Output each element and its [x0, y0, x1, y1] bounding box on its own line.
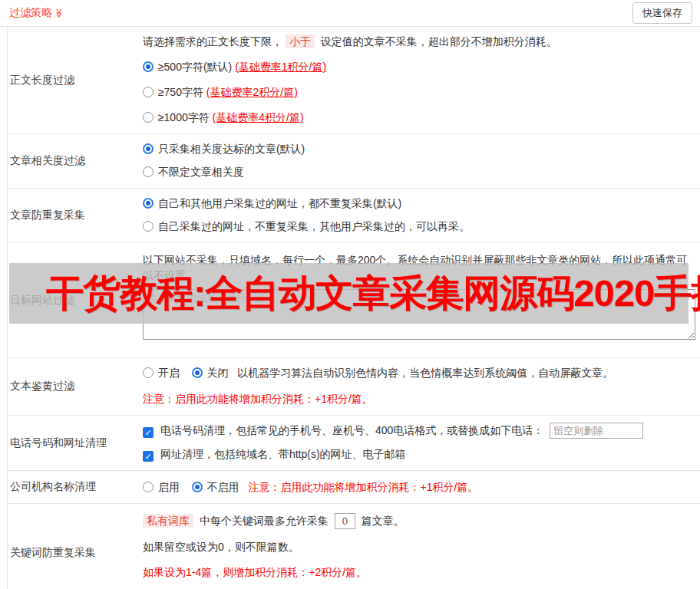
length-option-1000: ≥1000字符 (基础费率4积分/篇) [143, 110, 694, 125]
target-site-desc: 以下网站不采集，只填域名，每行一个，最多200个。系统会自动识别并屏蔽那些非文章… [143, 252, 693, 283]
page-title: 过滤策略 [9, 6, 52, 18]
relevance-option-any: 不限定文章相关度 [143, 164, 694, 179]
row-label: 文章相关度过滤 [8, 134, 140, 188]
radio-label: 不限定文章相关度 [158, 166, 244, 178]
radio-company-clean-off[interactable] [192, 482, 203, 492]
radio-relevance-strict[interactable] [143, 143, 154, 154]
company-clean-options: 启用 不启用 注意：启用此功能将增加积分消耗：+1积分/篇。 [143, 479, 694, 495]
relevance-option-strict: 只采集相关度达标的文章(默认) [143, 141, 694, 156]
phone-clean-line: 电话号码清理，包括常见的手机号、座机号、400电话格式，或替换成如下电话： [143, 423, 694, 439]
row-label: 目标网站过滤 [8, 243, 140, 357]
row-keyword-dedup: 关键词防重复采集 私有词库 中每个关键词最多允许采集 篇文章。 如果留空或设为0… [8, 504, 700, 589]
radio-750-chars[interactable] [143, 87, 154, 97]
keyword-note-unlimited: 如果留空或设为0，则不限篇数。 [143, 539, 694, 554]
row-relevance-filter: 文章相关度过滤 只采集相关度达标的文章(默认) 不限定文章相关度 [8, 134, 700, 189]
radio-label: 不启用 [207, 481, 239, 493]
radio-porn-filter-on[interactable] [143, 367, 154, 378]
row-label: 关键词防重复采集 [8, 504, 140, 589]
phone-clean-checkbox[interactable] [143, 427, 154, 438]
keyword-limit-input[interactable] [335, 513, 355, 529]
less-than-badge: 小于 [286, 35, 315, 48]
porn-filter-note: 注意：启用此功能将增加积分消耗：+1积分/篇。 [143, 391, 694, 406]
radio-label: 启用 [158, 481, 180, 493]
radio-1000-chars[interactable] [143, 112, 154, 123]
private-thesaurus-badge: 私有词库 [143, 514, 193, 528]
fee-note: (基础费率1积分/篇) [235, 61, 326, 73]
replacement-phone-input[interactable] [550, 423, 643, 439]
length-option-500: ≥500字符(默认) (基础费率1积分/篇) [143, 59, 694, 74]
row-label: 正文长度过滤 [8, 27, 140, 133]
radio-label: 关闭 [207, 367, 229, 379]
length-filter-intro: 请选择需求的正文长度下限， 小于 设定值的文章不采集，超出部分不增加积分消耗。 [143, 34, 694, 49]
settings-table: 正文长度过滤 请选择需求的正文长度下限， 小于 设定值的文章不采集，超出部分不增… [7, 27, 700, 589]
row-label: 文章防重复采集 [8, 189, 140, 242]
row-company-name-clean: 公司机构名称清理 启用 不启用 注意：启用此功能将增加积分消耗：+1积分/篇。 [8, 471, 700, 504]
chevron-double-down-icon: ≫ [54, 8, 64, 18]
radio-label: 只采集相关度达标的文章(默认) [158, 143, 305, 155]
dedup-option-self-only: 自己采集过的网址，不重复采集，其他用户采集过的，可以再采。 [143, 219, 694, 234]
keyword-limit-suffix: 篇文章。 [362, 515, 404, 527]
porn-filter-desc: 以机器学习算法自动识别色情内容，当色情概率达到系统阈值，自动屏蔽文章。 [237, 367, 613, 379]
radio-company-clean-on[interactable] [143, 482, 154, 492]
row-porn-filter: 文本鉴黄过滤 开启 关闭 以机器学习算法自动识别色情内容，当色情概率达到系统阈值… [8, 358, 700, 416]
radio-label: 自己采集过的网址，不重复采集，其他用户采集过的，可以再采。 [158, 220, 470, 232]
header-bar: 过滤策略≫ 快速保存 [0, 0, 700, 27]
fee-note: (基础费率4积分/篇) [213, 111, 304, 123]
radio-porn-filter-off[interactable] [192, 367, 203, 378]
porn-filter-options: 开启 关闭 以机器学习算法自动识别色情内容，当色情概率达到系统阈值，自动屏蔽文章… [143, 365, 694, 380]
row-label: 电话号码和网址清理 [8, 416, 140, 470]
radio-label: ≥500字符(默认) [158, 61, 232, 73]
radio-dedup-self-only[interactable] [143, 221, 154, 232]
fee-note: (基础费率2积分/篇) [206, 86, 298, 98]
dedup-option-all-users: 自己和其他用户采集过的网址，都不重复采集(默认) [143, 196, 694, 211]
company-clean-note: 注意：启用此功能将增加积分消耗：+1积分/篇。 [248, 481, 478, 493]
radio-dedup-all-users[interactable] [143, 198, 154, 209]
keyword-note-cost: 如果设为1-4篇，则增加积分消耗：+2积分/篇。 [143, 564, 694, 580]
url-clean-line: 网址清理，包括纯域名、带http(s)的网址、电子邮箱 [143, 446, 694, 462]
radio-label: 自己和其他用户采集过的网址，都不重复采集(默认) [158, 197, 401, 209]
keyword-limit-line: 私有词库 中每个关键词最多允许采集 篇文章。 [143, 513, 694, 529]
quick-save-button[interactable]: 快速保存 [632, 2, 692, 24]
row-content-length-filter: 正文长度过滤 请选择需求的正文长度下限， 小于 设定值的文章不采集，超出部分不增… [8, 27, 700, 134]
row-label: 公司机构名称清理 [8, 471, 140, 503]
filter-strategy-toggle[interactable]: 过滤策略≫ [9, 6, 64, 20]
radio-label: 开启 [158, 367, 180, 379]
radio-relevance-any[interactable] [143, 166, 154, 177]
radio-label: ≥1000字符 [158, 111, 210, 123]
row-phone-url-clean: 电话号码和网址清理 电话号码清理，包括常见的手机号、座机号、400电话格式，或替… [8, 416, 700, 471]
url-clean-checkbox[interactable] [143, 451, 154, 462]
row-dedup-collect: 文章防重复采集 自己和其他用户采集过的网址，都不重复采集(默认) 自己采集过的网… [8, 189, 700, 243]
intro-prefix: 请选择需求的正文长度下限， [143, 35, 282, 48]
length-option-750: ≥750字符 (基础费率2积分/篇) [143, 84, 694, 100]
row-target-site-filter: 目标网站过滤 以下网站不采集，只填域名，每行一个，最多200个。系统会自动识别并… [8, 243, 700, 358]
checkbox-label: 网址清理，包括纯域名、带http(s)的网址、电子邮箱 [160, 448, 406, 460]
keyword-limit-text: 中每个关键词最多允许采集 [200, 515, 329, 527]
radio-500-chars[interactable] [143, 61, 154, 72]
row-label: 文本鉴黄过滤 [8, 358, 140, 415]
intro-suffix: 设定值的文章不采集，超出部分不增加积分消耗。 [321, 35, 557, 48]
radio-label: ≥750字符 [158, 86, 203, 98]
blocked-domains-textarea[interactable] [143, 289, 695, 340]
checkbox-label: 电话号码清理，包括常见的手机号、座机号、400电话格式，或替换成如下电话： [160, 424, 543, 436]
